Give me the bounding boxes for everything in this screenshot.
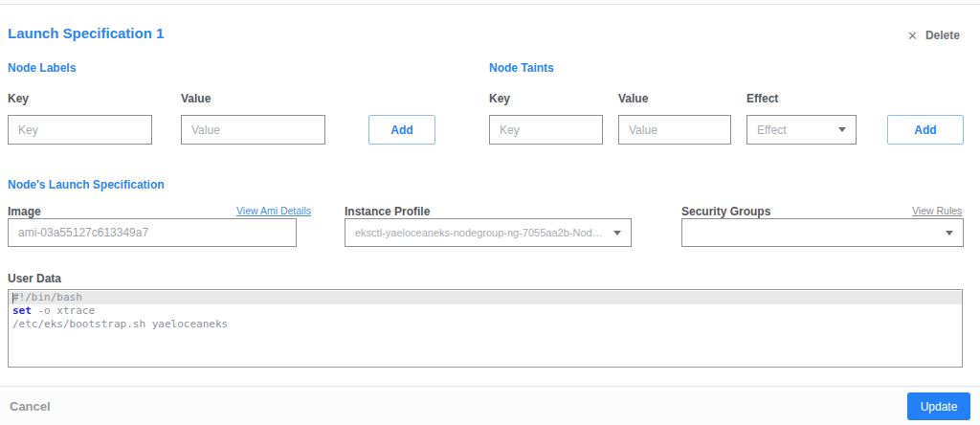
node-taints-heading: Node Taints — [489, 61, 554, 75]
node-labels-heading: Node Labels — [8, 61, 76, 75]
user-data-label: User Data — [8, 272, 61, 285]
node-taints-key-label: Key — [489, 92, 510, 105]
footer-bar: Cancel Update — [0, 386, 980, 425]
node-taints-effect-dropdown[interactable]: Effect — [746, 115, 857, 145]
close-x-icon: ✕ — [907, 30, 918, 42]
node-labels-key-input[interactable] — [8, 115, 152, 145]
node-taints-add-button[interactable]: Add — [887, 115, 964, 145]
page-title: Launch Specification 1 — [8, 25, 164, 41]
node-labels-add-button[interactable]: Add — [368, 115, 435, 145]
instance-profile-value: eksctl-yaeloceaneks-nodegroup-ng-7055aa2… — [355, 227, 613, 238]
instance-profile-dropdown[interactable]: eksctl-yaeloceaneks-nodegroup-ng-7055aa2… — [345, 218, 632, 247]
code-token: #!/bin/bash — [12, 291, 82, 303]
instance-profile-label: Instance Profile — [345, 205, 430, 218]
update-button[interactable]: Update — [907, 392, 970, 420]
security-groups-dropdown[interactable] — [681, 218, 964, 247]
user-data-code-editor[interactable]: #!/bin/bashset -o xtrace/etc/eks/bootstr… — [8, 289, 963, 368]
effect-placeholder: Effect — [757, 123, 793, 137]
code-line: set -o xtrace — [9, 304, 962, 318]
node-taints-key-input[interactable] — [489, 115, 603, 145]
code-token: /etc/eks/bootstrap.sh yaeloceaneks — [12, 318, 228, 330]
code-token: -o xtrace — [32, 304, 95, 317]
node-taints-value-input[interactable] — [618, 115, 731, 145]
node-labels-key-label: Key — [8, 92, 29, 105]
security-groups-label: Security Groups — [681, 205, 770, 218]
view-rules-link[interactable]: View Rules — [912, 205, 962, 216]
image-input[interactable] — [8, 218, 297, 247]
cancel-button[interactable]: Cancel — [10, 399, 51, 414]
view-ami-details-link[interactable]: View Ami Details — [236, 205, 311, 216]
node-labels-value-label: Value — [181, 92, 211, 105]
node-taints-value-label: Value — [618, 92, 648, 105]
code-line: #!/bin/bash — [9, 291, 962, 304]
code-line: /etc/eks/bootstrap.sh yaeloceaneks — [9, 318, 962, 331]
chevron-down-icon — [946, 231, 953, 235]
top-divider — [0, 4, 980, 5]
launch-spec-heading: Node's Launch Specification — [8, 178, 165, 191]
delete-button[interactable]: ✕ Delete — [907, 29, 960, 42]
chevron-down-icon — [838, 127, 846, 132]
code-token: set — [12, 304, 32, 317]
node-taints-effect-label: Effect — [746, 92, 778, 105]
launch-specification-panel: Launch Specification 1 ✕ Delete Node Lab… — [0, 0, 980, 425]
delete-label: Delete — [925, 29, 960, 42]
image-label: Image — [8, 205, 41, 218]
node-labels-value-input[interactable] — [181, 115, 325, 145]
chevron-down-icon — [613, 231, 621, 235]
